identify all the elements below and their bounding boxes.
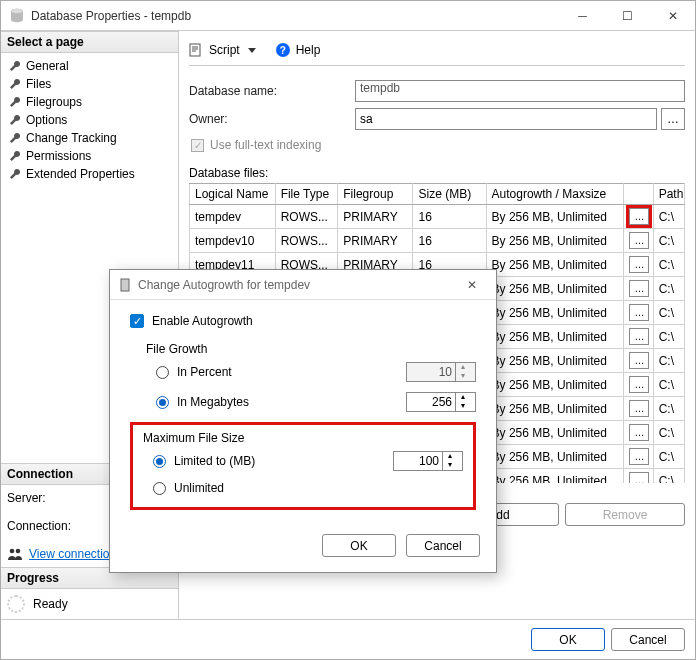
percent-radio[interactable] xyxy=(156,366,169,379)
sidebar-item-extended-properties[interactable]: Extended Properties xyxy=(5,165,174,183)
megabytes-radio[interactable] xyxy=(156,396,169,409)
column-header[interactable]: Autogrowth / Maxsize xyxy=(486,184,624,205)
svg-point-1 xyxy=(11,8,23,12)
unlimited-label: Unlimited xyxy=(174,481,224,495)
wrench-icon xyxy=(9,60,21,72)
wrench-icon xyxy=(9,78,21,90)
autogrowth-edit-button[interactable]: … xyxy=(629,472,649,483)
help-button[interactable]: Help xyxy=(296,43,321,57)
percent-input: ▴▾ xyxy=(406,362,476,382)
script-dropdown-icon[interactable] xyxy=(248,48,256,53)
autogrowth-edit-button[interactable]: … xyxy=(629,328,649,345)
svg-point-2 xyxy=(10,549,15,554)
sidebar-item-permissions[interactable]: Permissions xyxy=(5,147,174,165)
limited-label: Limited to (MB) xyxy=(174,454,255,468)
enable-autogrowth-checkbox[interactable]: ✓ xyxy=(130,314,144,328)
page-list: GeneralFilesFilegroupsOptionsChange Trac… xyxy=(1,53,178,187)
column-header[interactable] xyxy=(624,184,653,205)
enable-autogrowth-label: Enable Autogrowth xyxy=(152,314,253,328)
ok-button[interactable]: OK xyxy=(531,628,605,651)
cancel-button[interactable]: Cancel xyxy=(611,628,685,651)
column-header[interactable]: Filegroup xyxy=(338,184,413,205)
wrench-icon xyxy=(9,150,21,162)
dialog-cancel-button[interactable]: Cancel xyxy=(406,534,480,557)
dialog-title-bar: Change Autogrowth for tempdev ✕ xyxy=(110,270,496,300)
percent-label: In Percent xyxy=(177,365,232,379)
column-header[interactable]: Size (MB) xyxy=(413,184,486,205)
database-icon xyxy=(9,8,25,24)
megabytes-label: In Megabytes xyxy=(177,395,249,409)
column-header[interactable]: Logical Name xyxy=(190,184,276,205)
dialog-title: Change Autogrowth for tempdev xyxy=(138,278,310,292)
autogrowth-edit-button[interactable]: … xyxy=(629,352,649,369)
autogrowth-edit-button[interactable]: … xyxy=(629,280,649,297)
fulltext-row: ✓ Use full-text indexing xyxy=(191,138,685,152)
sidebar-item-change-tracking[interactable]: Change Tracking xyxy=(5,129,174,147)
owner-browse-button[interactable]: … xyxy=(661,108,685,130)
script-icon xyxy=(189,43,203,57)
script-button[interactable]: Script xyxy=(209,43,240,57)
wrench-icon xyxy=(9,168,21,180)
progress-panel: Ready xyxy=(1,589,178,619)
autogrowth-dialog: Change Autogrowth for tempdev ✕ ✓ Enable… xyxy=(109,269,497,573)
autogrowth-edit-button[interactable]: … xyxy=(629,304,649,321)
column-header[interactable]: File Type xyxy=(275,184,338,205)
sidebar-item-general[interactable]: General xyxy=(5,57,174,75)
svg-rect-5 xyxy=(121,279,129,291)
column-header[interactable]: Path xyxy=(653,184,684,205)
svg-rect-4 xyxy=(190,44,200,56)
spin-down-icon: ▾ xyxy=(455,372,469,381)
window-buttons: ─ ☐ ✕ xyxy=(560,1,695,31)
dialog-bottom-bar: OK Cancel xyxy=(1,619,695,659)
maxsize-highlight-box: Maximum File Size Limited to (MB) ▴▾ Unl… xyxy=(130,422,476,510)
dbname-label: Database name: xyxy=(189,84,355,98)
file-growth-label: File Growth xyxy=(146,342,476,356)
wrench-icon xyxy=(9,132,21,144)
dialog-close-button[interactable]: ✕ xyxy=(452,278,492,292)
autogrowth-edit-button[interactable]: … xyxy=(629,424,649,441)
database-icon xyxy=(118,278,132,292)
sidebar-item-files[interactable]: Files xyxy=(5,75,174,93)
autogrowth-edit-button[interactable]: … xyxy=(629,208,649,225)
unlimited-radio[interactable] xyxy=(153,482,166,495)
help-icon[interactable]: ? xyxy=(276,43,290,57)
spin-down-icon[interactable]: ▾ xyxy=(442,461,456,470)
autogrowth-edit-button[interactable]: … xyxy=(629,376,649,393)
minimize-button[interactable]: ─ xyxy=(560,1,605,31)
fulltext-label: Use full-text indexing xyxy=(210,138,321,152)
table-row[interactable]: tempdev10ROWS...PRIMARY16By 256 MB, Unli… xyxy=(190,229,685,253)
title-bar: Database Properties - tempdb ─ ☐ ✕ xyxy=(1,1,695,31)
spin-down-icon[interactable]: ▾ xyxy=(455,402,469,411)
wrench-icon xyxy=(9,96,21,108)
autogrowth-edit-button[interactable]: … xyxy=(629,232,649,249)
sidebar-item-filegroups[interactable]: Filegroups xyxy=(5,93,174,111)
limited-input[interactable]: ▴▾ xyxy=(393,451,463,471)
autogrowth-edit-button[interactable]: … xyxy=(629,256,649,273)
autogrowth-edit-button[interactable]: … xyxy=(629,448,649,465)
maximize-button[interactable]: ☐ xyxy=(605,1,650,31)
autogrowth-edit-button[interactable]: … xyxy=(629,400,649,417)
progress-status: Ready xyxy=(33,597,68,611)
progress-spinner-icon xyxy=(7,595,25,613)
toolbar: Script ? Help xyxy=(189,39,685,66)
main-window: Database Properties - tempdb ─ ☐ ✕ Selec… xyxy=(0,0,696,660)
owner-field[interactable] xyxy=(355,108,657,130)
sidebar-item-options[interactable]: Options xyxy=(5,111,174,129)
select-page-header: Select a page xyxy=(1,31,178,53)
limited-radio[interactable] xyxy=(153,455,166,468)
files-label: Database files: xyxy=(189,166,685,180)
fulltext-checkbox: ✓ xyxy=(191,139,204,152)
megabytes-input[interactable]: ▴▾ xyxy=(406,392,476,412)
dbname-field: tempdb xyxy=(355,80,685,102)
table-row[interactable]: tempdevROWS...PRIMARY16By 256 MB, Unlimi… xyxy=(190,205,685,229)
dialog-ok-button[interactable]: OK xyxy=(322,534,396,557)
view-connection-link[interactable]: View connection xyxy=(29,547,116,561)
remove-button[interactable]: Remove xyxy=(565,503,685,526)
svg-point-3 xyxy=(16,549,21,554)
wrench-icon xyxy=(9,114,21,126)
owner-label: Owner: xyxy=(189,112,355,126)
close-button[interactable]: ✕ xyxy=(650,1,695,31)
window-title: Database Properties - tempdb xyxy=(31,9,560,23)
people-icon xyxy=(7,547,23,561)
maxsize-label: Maximum File Size xyxy=(143,431,463,445)
